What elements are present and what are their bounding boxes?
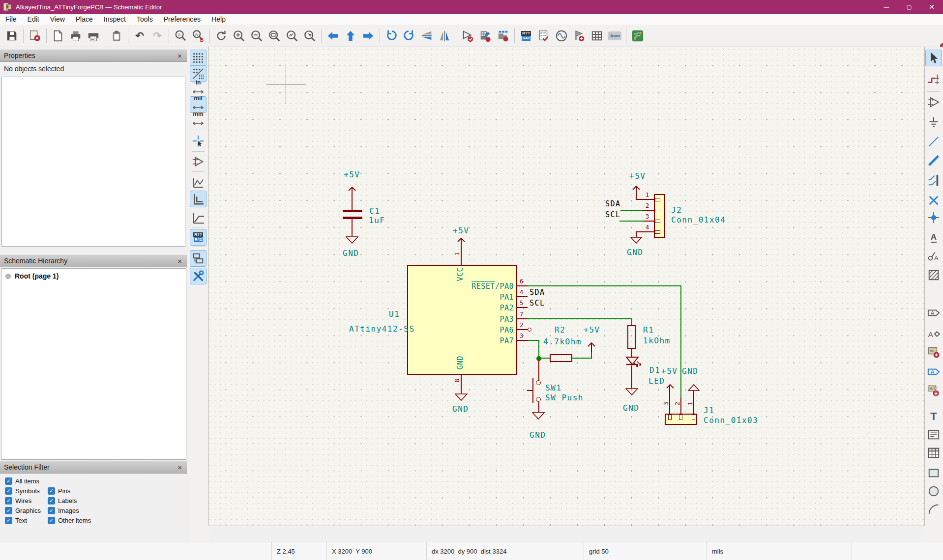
add-rectangle-button[interactable] bbox=[925, 465, 942, 481]
power-label-gnd[interactable]: GND bbox=[627, 248, 643, 257]
hierarchy-navigator-button[interactable] bbox=[190, 250, 206, 267]
wire[interactable] bbox=[620, 210, 643, 211]
highlight-net-button[interactable] bbox=[925, 71, 942, 88]
j2-reference[interactable]: J2 bbox=[671, 205, 682, 215]
save-button[interactable] bbox=[3, 27, 21, 45]
wire[interactable] bbox=[680, 285, 681, 398]
gnd-symbol-icon[interactable] bbox=[455, 393, 468, 401]
add-text-button[interactable]: T bbox=[925, 408, 942, 425]
r1-reference[interactable]: R1 bbox=[643, 325, 654, 335]
wire[interactable] bbox=[619, 221, 643, 222]
mirror-vertical-button[interactable] bbox=[418, 27, 436, 45]
switch-contact[interactable] bbox=[536, 397, 541, 402]
add-bus-entry-button[interactable] bbox=[925, 172, 942, 189]
net-label-sda[interactable]: SDA bbox=[605, 199, 621, 208]
r1-symbol-body[interactable] bbox=[627, 325, 636, 349]
capacitor-plate[interactable] bbox=[343, 217, 362, 219]
net-label-sda[interactable]: SDA bbox=[530, 288, 545, 297]
schematic-setup-button[interactable] bbox=[26, 27, 44, 45]
symbol-editor-button[interactable] bbox=[459, 27, 476, 45]
footprint-editor-button[interactable] bbox=[494, 27, 512, 45]
r2-reference[interactable]: R2 bbox=[555, 325, 565, 335]
net-label-scl[interactable]: SCL bbox=[530, 299, 545, 308]
symbol-fields-table-button[interactable] bbox=[588, 27, 606, 45]
menu-file[interactable]: File bbox=[0, 14, 22, 25]
j1-reference[interactable]: J1 bbox=[704, 406, 714, 415]
menu-preferences[interactable]: Preferences bbox=[158, 14, 206, 25]
nav-forward-button[interactable] bbox=[359, 27, 377, 45]
add-net-label-button[interactable]: A bbox=[925, 229, 942, 246]
power-label-5v[interactable]: +5V bbox=[453, 226, 469, 235]
add-table-button[interactable] bbox=[925, 445, 942, 461]
r2-value[interactable]: 4.7kOhm bbox=[543, 337, 582, 346]
filter-graphics[interactable]: ✓Graphics bbox=[5, 507, 41, 514]
menu-view[interactable]: View bbox=[45, 14, 70, 25]
wire[interactable] bbox=[591, 352, 592, 359]
add-no-connect-button[interactable] bbox=[925, 192, 942, 209]
annotate-auto-button[interactable]: R??R42 bbox=[190, 229, 206, 246]
filter-pins[interactable]: ✓Pins bbox=[48, 487, 70, 495]
j1-value[interactable]: Conn_01x03 bbox=[704, 416, 758, 425]
show-grid-button[interactable] bbox=[190, 50, 206, 66]
mirror-horizontal-button[interactable] bbox=[436, 27, 453, 45]
selection-filter-close-icon[interactable]: × bbox=[177, 463, 182, 472]
zoom-fit-button[interactable] bbox=[265, 27, 283, 45]
add-wire-button[interactable] bbox=[925, 133, 942, 150]
close-button[interactable]: ✕ bbox=[920, 0, 943, 14]
rotate-cw-button[interactable] bbox=[400, 27, 418, 45]
print-button[interactable] bbox=[67, 27, 85, 45]
power-label-gnd[interactable]: GND bbox=[682, 366, 698, 376]
crosshair-cursor-button[interactable] bbox=[190, 133, 206, 149]
filter-all-items[interactable]: ✓All items bbox=[5, 477, 39, 485]
minimize-button[interactable]: — bbox=[875, 0, 898, 14]
power-label-5v[interactable]: +5V bbox=[584, 325, 600, 335]
maximize-button[interactable]: ▢ bbox=[898, 0, 920, 14]
zoom-selection-button[interactable] bbox=[301, 27, 319, 45]
menu-tools[interactable]: Tools bbox=[131, 14, 158, 25]
menu-inspect[interactable]: Inspect bbox=[98, 14, 131, 25]
add-netclass-directive-button[interactable]: A bbox=[925, 248, 942, 264]
filter-labels[interactable]: ✓Labels bbox=[48, 497, 77, 504]
add-symbol-button[interactable] bbox=[925, 94, 942, 111]
switch-contact[interactable] bbox=[536, 380, 541, 385]
show-hidden-pins-button[interactable] bbox=[190, 153, 206, 170]
page-settings-button[interactable] bbox=[49, 27, 67, 45]
gnd-symbol-icon[interactable] bbox=[532, 412, 545, 420]
j2-value[interactable]: Conn_01x04 bbox=[671, 215, 726, 224]
power-label-gnd[interactable]: GND bbox=[530, 430, 546, 440]
gnd-symbol-icon[interactable] bbox=[630, 237, 642, 244]
c1-value[interactable]: 1uF bbox=[369, 216, 385, 225]
wires-free-angle-button[interactable] bbox=[190, 174, 206, 191]
undo-button[interactable]: ↶ bbox=[131, 27, 148, 45]
wires-45-button[interactable] bbox=[190, 210, 206, 226]
gnd-symbol-icon[interactable] bbox=[346, 236, 358, 244]
filter-wires[interactable]: ✓Wires bbox=[5, 497, 31, 504]
filter-symbols[interactable]: ✓Symbols bbox=[5, 487, 40, 495]
open-pcb-editor-button[interactable] bbox=[629, 27, 647, 45]
c1-reference[interactable]: C1 bbox=[369, 206, 380, 216]
wire[interactable] bbox=[528, 340, 539, 341]
hierarchy-close-icon[interactable]: × bbox=[177, 257, 182, 265]
menu-help[interactable]: Help bbox=[206, 14, 231, 25]
simulator-button[interactable] bbox=[553, 27, 570, 45]
gnd-up-symbol-icon[interactable] bbox=[688, 384, 700, 391]
add-sheet-pin-button[interactable]: A bbox=[925, 364, 942, 380]
wire[interactable] bbox=[631, 318, 632, 325]
d1-value[interactable]: LED bbox=[648, 376, 665, 386]
find-button[interactable]: A bbox=[172, 27, 189, 45]
wire[interactable] bbox=[528, 318, 632, 319]
add-sheet-button[interactable] bbox=[925, 344, 942, 361]
find-replace-button[interactable]: AB bbox=[189, 27, 207, 45]
properties-manager-button[interactable] bbox=[190, 268, 206, 284]
menu-edit[interactable]: Edit bbox=[22, 14, 45, 25]
filter-other-items[interactable]: ✓Other items bbox=[48, 517, 91, 524]
properties-close-icon[interactable]: × bbox=[177, 52, 182, 60]
power-label-gnd[interactable]: GND bbox=[623, 403, 639, 413]
assign-footprints-button[interactable] bbox=[570, 27, 588, 45]
power-arrow-icon[interactable] bbox=[666, 384, 675, 389]
power-label-5v[interactable]: +5V bbox=[629, 171, 646, 181]
power-label-5v[interactable]: +5V bbox=[661, 366, 678, 376]
refresh-view-button[interactable] bbox=[212, 27, 230, 45]
r2-symbol-body[interactable] bbox=[550, 354, 572, 362]
hierarchy-root-item[interactable]: Root (page 1) bbox=[5, 272, 186, 280]
